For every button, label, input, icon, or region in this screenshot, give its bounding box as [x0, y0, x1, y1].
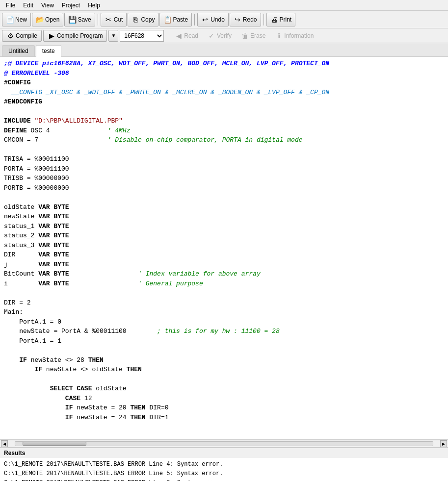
scroll-left-arrow[interactable]: ◀: [1, 440, 8, 447]
new-button[interactable]: 📄 New: [2, 13, 31, 26]
code-i-space: [69, 280, 138, 287]
code-select-indent: [4, 385, 50, 392]
copy-label: Copy: [141, 16, 155, 23]
code-then-kw4: THEN: [130, 414, 145, 421]
code-newstate-assign: newState = PortA & %00011100: [4, 328, 157, 335]
results-panel: C:\1_REMOTE 2017\RENAULT\TESTE.BAS ERROR…: [0, 458, 448, 481]
scroll-right-arrow[interactable]: ▶: [440, 440, 447, 447]
code-status2: status_2: [4, 232, 38, 239]
code-if3-indent: [4, 404, 65, 411]
code-define-kw: DEFINE: [4, 127, 27, 134]
code-if4-action: DIR=1: [146, 414, 169, 421]
code-include-kw: INCLUDE: [4, 117, 34, 125]
print-label: Print: [280, 16, 292, 23]
compile-program-icon: ▶: [48, 32, 55, 40]
result-line-2: C:\1_REMOTE 2017\RENAULT\TESTE.BAS ERROR…: [4, 469, 444, 479]
code-if1: [4, 356, 19, 364]
cut-icon: ✂: [105, 16, 112, 24]
undo-button[interactable]: ↩ Undo: [197, 13, 229, 26]
save-label: Save: [78, 16, 91, 23]
cut-button[interactable]: ✂ Cut: [101, 13, 127, 26]
code-device-line: ;@ DEVICE pic16F628A, XT_OSC, WDT_OFF, P…: [4, 60, 329, 67]
code-var-kw6: VAR BYTE: [38, 251, 69, 258]
code-cmcon-comment: ' Disable on-chip comparator, PORTA in d…: [107, 136, 303, 144]
code-bitcount-space: [69, 270, 138, 278]
code-trisb: TRISB = %00000000: [4, 175, 69, 182]
code-if1-body: newState <> 28: [27, 356, 88, 364]
compile-program-button[interactable]: ▶ Compile Program: [43, 30, 107, 42]
scroll-thumb[interactable]: [23, 442, 86, 446]
code-var-kw8: VAR BYTE: [38, 270, 69, 278]
results-title: Results: [4, 450, 25, 456]
code-var-kw4: VAR BYTE: [38, 232, 69, 239]
code-define-comment: ' 4MHz: [107, 127, 131, 134]
result-line-1: C:\1_REMOTE 2017\RENAULT\TESTE.BAS ERROR…: [4, 460, 444, 469]
code-i: i: [4, 280, 38, 287]
menu-file[interactable]: File: [2, 1, 19, 10]
erase-button[interactable]: 🗑 Erase: [237, 30, 269, 42]
open-button[interactable]: 📂 Open: [32, 13, 63, 26]
new-label: New: [15, 16, 27, 23]
compile-bar: ⚙ Compile ▶ Compile Program ▼ 16F628 16F…: [0, 28, 448, 43]
code-then-kw1: THEN: [88, 356, 104, 364]
device-select[interactable]: 16F628 16F84A 16F877A: [120, 30, 164, 42]
code-main-label: Main:: [4, 308, 23, 316]
cut-label: Cut: [114, 16, 123, 23]
undo-label: Undo: [211, 16, 225, 23]
code-newstate: newState: [4, 213, 38, 220]
code-if3-body: newState = 20: [73, 404, 130, 411]
open-label: Open: [45, 16, 59, 23]
result-line-3: C:\1_REMOTE 2017\RENAULT\TESTE.BAS ERROR…: [4, 479, 444, 481]
main-toolbar: 📄 New 📂 Open 💾 Save ✂ Cut ⎘ Copy 📋 Paste…: [0, 11, 448, 28]
separator-2: [194, 14, 195, 25]
copy-button[interactable]: ⎘ Copy: [128, 13, 158, 26]
menu-edit[interactable]: Edit: [19, 1, 37, 10]
code-cmcon: CMCON = 7: [4, 136, 107, 144]
menu-help[interactable]: Help: [84, 1, 104, 10]
code-var-kw1: VAR BYTE: [38, 203, 69, 211]
code-j: j: [4, 261, 38, 268]
code-then-kw2: THEN: [127, 366, 142, 373]
code-porta1-0: PortA.1 = 0: [4, 318, 61, 326]
code-var-kw5: VAR BYTE: [38, 242, 69, 249]
save-button[interactable]: 💾 Save: [64, 13, 95, 26]
information-label: Information: [284, 32, 314, 39]
save-icon: 💾: [68, 16, 76, 24]
menu-project[interactable]: Project: [58, 1, 84, 10]
verify-button[interactable]: ✓ Verify: [204, 30, 236, 42]
redo-icon: ↪: [234, 16, 241, 24]
menu-view[interactable]: View: [37, 1, 58, 10]
code-if2-body: newState <> oldState: [42, 366, 127, 373]
code-case-kw: CASE: [65, 395, 80, 402]
read-button[interactable]: ◀ Read: [171, 30, 202, 42]
information-button[interactable]: ℹ Information: [271, 30, 317, 42]
print-button[interactable]: 🖨 Print: [266, 13, 296, 26]
tab-untitled[interactable]: Untitled: [2, 45, 35, 56]
code-if2-indent: [4, 366, 34, 373]
compile-button[interactable]: ⚙ Compile: [2, 30, 42, 42]
paste-button[interactable]: 📋 Paste: [159, 13, 192, 26]
tab-teste[interactable]: teste: [36, 45, 61, 57]
code-select-body: oldState: [92, 385, 126, 392]
code-oldstate: oldState: [4, 203, 38, 211]
scroll-track[interactable]: [15, 441, 433, 446]
horizontal-scrollbar[interactable]: ◀ ▶: [0, 440, 448, 448]
read-label: Read: [184, 32, 198, 39]
erase-label: Erase: [250, 32, 265, 39]
code-endconfig: #ENDCONFIG: [4, 98, 42, 105]
code-editor[interactable]: ;@ DEVICE pic16F628A, XT_OSC, WDT_OFF, P…: [0, 57, 448, 440]
code-case-val: 12: [80, 395, 92, 402]
erase-icon: 🗑: [241, 32, 249, 40]
separator-3: [264, 14, 264, 25]
separator-1: [98, 14, 98, 25]
print-icon: 🖨: [270, 16, 278, 24]
compile-program-label: Compile Program: [57, 32, 103, 39]
code-bitcount-comment: ' Index variable for above array: [138, 270, 261, 278]
compile-program-dropdown[interactable]: ▼: [108, 30, 118, 42]
information-icon: ℹ: [275, 32, 283, 40]
paste-icon: 📋: [163, 16, 171, 24]
redo-button[interactable]: ↪ Redo: [230, 13, 261, 26]
code-var-kw2: VAR BYTE: [38, 213, 69, 220]
results-header: Results: [0, 448, 448, 458]
code-case-indent: [4, 395, 65, 402]
